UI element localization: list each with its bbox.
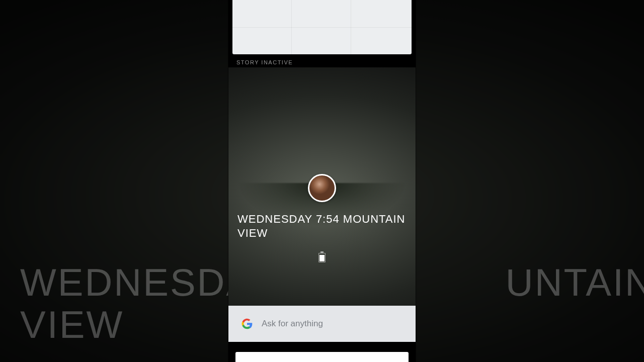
user-avatar[interactable]	[308, 174, 336, 202]
context-timestamp: WEDNESDAY 7:54 MOUNTAIN VIEW	[237, 212, 407, 240]
calendar-grid-card[interactable]	[232, 0, 412, 54]
assistant-prompt[interactable]: Ask for anything	[262, 319, 323, 329]
story-status-label: STORY INACTIVE	[236, 59, 293, 65]
phone-frame: STORY INACTIVE WEDNESDAY 7:54 MOUNTAIN V…	[228, 0, 416, 362]
bottom-card-peek[interactable]	[235, 352, 409, 362]
assistant-bar[interactable]: Ask for anything	[228, 306, 416, 342]
battery-icon	[318, 251, 326, 262]
wallpaper-area[interactable]: WEDNESDAY 7:54 MOUNTAIN VIEW	[228, 67, 416, 307]
app-stage: WEDNESDA VIEW UNTAIN STORY INACTIVE WEDN…	[0, 0, 644, 362]
google-g-logo-icon	[242, 318, 253, 329]
